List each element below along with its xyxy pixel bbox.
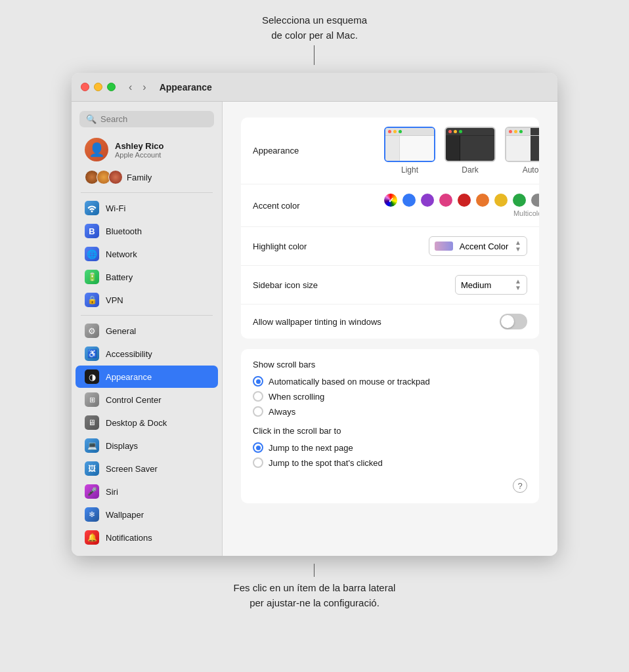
annotation-bottom: Fes clic en un ítem de la barra lateralp… (234, 564, 396, 610)
scroll-radio-scrolling[interactable] (253, 391, 263, 402)
accent-green[interactable] (513, 194, 526, 207)
appearance-option-light[interactable]: Light (384, 127, 435, 175)
wifi-icon (85, 201, 99, 215)
accent-multicolor[interactable] (384, 194, 397, 207)
displays-icon: 💻 (85, 438, 99, 453)
sidebar-item-accessibility[interactable]: ♿ Accessibility (76, 343, 218, 365)
appearance-option-dark[interactable]: Dark (445, 127, 496, 175)
search-icon: 🔍 (86, 114, 97, 124)
accent-color-sublabel: Multicolor (513, 209, 539, 217)
search-bar[interactable]: 🔍 (79, 111, 214, 127)
scroll-option-auto[interactable]: Automatically based on mouse or trackpad (253, 376, 527, 387)
control-center-icon: ⊞ (85, 392, 99, 407)
sidebar-divider-2 (81, 315, 213, 316)
highlight-arrows: ▲▼ (515, 240, 521, 253)
accent-pink[interactable] (439, 194, 452, 207)
scroll-label-scrolling: When scrolling (269, 392, 324, 402)
help-button[interactable]: ? (513, 478, 527, 493)
sidebar-item-siri[interactable]: 🎤 Siri (76, 480, 218, 503)
sidebar-item-family[interactable]: Family (76, 166, 218, 188)
accent-yellow[interactable] (494, 194, 508, 207)
sidebar-icon-size-label: Sidebar icon size (253, 280, 384, 290)
window-title: Appearance (160, 82, 212, 93)
accent-color-label: Accent color (253, 201, 384, 211)
annotation-top: Selecciona un esquema de color per al Ma… (262, 13, 367, 65)
wallpaper-tinting-label: Allow wallpaper tinting in windows (253, 317, 384, 327)
scroll-label-always: Always (269, 407, 295, 417)
sidebar-item-displays[interactable]: 💻 Displays (76, 434, 218, 457)
close-button[interactable] (81, 83, 89, 91)
scroll-option-always[interactable]: Always (253, 406, 527, 417)
forward-button[interactable]: › (139, 80, 150, 94)
sidebar-item-appearance[interactable]: ◑ Appearance (76, 366, 218, 388)
appearance-option-auto[interactable]: Auto (505, 127, 539, 175)
nav-arrows: ‹ › (125, 80, 150, 94)
sidebar-item-bluetooth[interactable]: B Bluetooth (76, 220, 218, 242)
sidebar: 🔍 👤 Ashley Rico Apple Account (72, 102, 223, 556)
auto-label: Auto (523, 165, 539, 175)
maximize-button[interactable] (107, 83, 116, 91)
sidebar-item-desktop[interactable]: 🖥 Desktop & Dock (76, 411, 218, 434)
appearance-options: Light (384, 127, 539, 175)
content-area: 🔍 👤 Ashley Rico Apple Account (72, 102, 557, 556)
click-radio-clicked-spot[interactable] (253, 457, 263, 468)
wallpaper-tinting-row: Allow wallpaper tinting in windows (241, 304, 539, 339)
sidebar-item-label-wifi: Wi-Fi (106, 203, 125, 213)
click-option-clicked-spot[interactable]: Jump to the spot that's clicked (253, 457, 527, 468)
appearance-row: Appearance (241, 117, 539, 184)
light-thumbnail (384, 127, 435, 162)
settings-window: ‹ › Appearance 🔍 👤 Ashley Rico Apple Acc (72, 73, 557, 556)
click-radio-next-page[interactable] (253, 442, 263, 453)
sidebar-item-label-displays: Displays (106, 441, 138, 451)
highlight-swatch (435, 242, 453, 251)
traffic-lights (81, 83, 116, 91)
sidebar-icon-size-dropdown[interactable]: Medium ▲▼ (455, 275, 527, 295)
search-input[interactable] (100, 114, 207, 124)
appearance-card: Appearance (241, 117, 539, 339)
sidebar-item-control-center[interactable]: ⊞ Control Center (76, 388, 218, 411)
sidebar-item-wallpaper[interactable]: ❄ Wallpaper (76, 503, 218, 526)
sidebar-item-network[interactable]: 🌐 Network (76, 243, 218, 265)
highlight-color-dropdown[interactable]: Accent Color ▲▼ (429, 236, 527, 256)
wallpaper-tinting-toggle[interactable] (500, 314, 527, 329)
sidebar-item-label-wallpaper: Wallpaper (106, 510, 144, 520)
minimize-button[interactable] (94, 83, 102, 91)
sidebar-item-notifications[interactable]: 🔔 Notifications (76, 526, 218, 549)
sidebar-item-label-control-center: Control Center (106, 395, 162, 405)
desktop-icon: 🖥 (85, 415, 99, 430)
sidebar-icon-size-control: Medium ▲▼ (384, 275, 527, 295)
sidebar-item-label-bluetooth: Bluetooth (106, 226, 142, 236)
accessibility-icon: ♿ (85, 346, 99, 361)
sidebar-item-battery[interactable]: 🔋 Battery (76, 266, 218, 288)
scroll-radio-always[interactable] (253, 406, 263, 417)
avatar: 👤 (85, 138, 108, 161)
sidebar-item-label-battery: Battery (106, 272, 133, 282)
sidebar-item-label-general: General (106, 326, 136, 336)
screensaver-icon: 🖼 (85, 461, 99, 476)
click-label-next-page: Jump to the next page (269, 443, 353, 453)
click-option-next-page[interactable]: Jump to the next page (253, 442, 527, 453)
sidebar-item-general[interactable]: ⚙ General (76, 320, 218, 342)
back-button[interactable]: ‹ (125, 80, 136, 94)
accent-graphite[interactable] (531, 194, 539, 207)
scroll-option-scrolling[interactable]: When scrolling (253, 391, 527, 402)
scroll-bars-section: Show scroll bars Automatically based on … (241, 349, 539, 503)
sidebar-item-label-network: Network (106, 249, 137, 259)
accent-red[interactable] (458, 194, 471, 207)
highlight-color-label: Highlight color (253, 242, 384, 251)
annotation-bottom-text: Fes clic en un ítem de la barra lateralp… (234, 582, 396, 608)
accent-purple[interactable] (421, 194, 434, 207)
sidebar-item-vpn[interactable]: 🔒 VPN (76, 289, 218, 311)
sidebar-item-user[interactable]: 👤 Ashley Rico Apple Account (76, 134, 218, 165)
sidebar-item-screensaver[interactable]: 🖼 Screen Saver (76, 457, 218, 480)
sidebar-item-wifi[interactable]: Wi-Fi (76, 197, 218, 219)
scroll-radio-auto[interactable] (253, 376, 263, 387)
accent-color-control: Multicolor (384, 194, 539, 217)
accent-orange[interactable] (476, 194, 489, 207)
dark-label: Dark (462, 165, 478, 175)
highlight-color-row: Highlight color Accent Color ▲▼ (241, 227, 539, 266)
dark-thumbnail (445, 127, 496, 162)
accent-blue[interactable] (402, 194, 416, 207)
highlight-color-control: Accent Color ▲▼ (384, 236, 527, 256)
click-label-clicked-spot: Jump to the spot that's clicked (269, 458, 383, 468)
